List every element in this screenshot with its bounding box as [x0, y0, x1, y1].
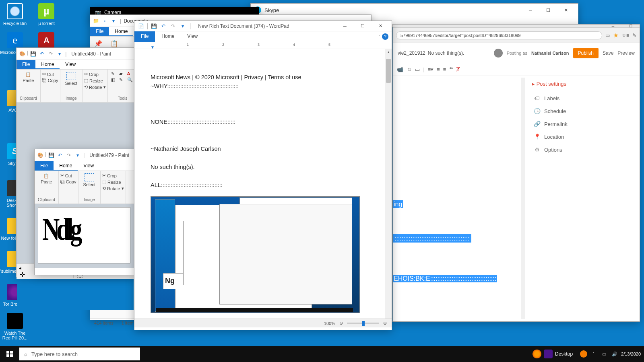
qat-dropdown-icon[interactable]: ▾ — [179, 22, 187, 30]
explorer-file-tab[interactable]: File — [90, 27, 109, 36]
sidebar-permalink[interactable]: 🔗Permalink — [532, 117, 635, 130]
firefox-tray-icon[interactable] — [533, 350, 541, 358]
paint2-canvas-area[interactable]: Ndlg — [35, 204, 134, 268]
maximize-button[interactable]: ☐ — [622, 25, 640, 28]
publish-button[interactable]: Publish — [573, 48, 599, 58]
undo-icon[interactable]: ↶ — [56, 151, 64, 159]
select-button[interactable]: Select — [82, 173, 97, 188]
paint1-titlebar[interactable]: 🎨 | 💾 ↶ ↷ ▾ | Untitled480 - Paint — [17, 48, 134, 60]
paint1-view-tab[interactable]: View — [60, 60, 81, 69]
list-ul-icon[interactable]: ≡ — [443, 66, 446, 72]
maximize-button[interactable]: ☐ — [539, 4, 557, 16]
emoji-icon[interactable]: ☺ — [407, 66, 412, 72]
save-icon[interactable]: 💾 — [150, 22, 158, 30]
quick-icon[interactable]: ▫ — [101, 17, 109, 25]
paint-window-2[interactable]: 🎨 | 💾 ↶ ↷ ▾ | Untitled479 - Paint File H… — [34, 149, 135, 275]
undo-icon[interactable]: ↶ — [159, 22, 167, 30]
dropdown-icon[interactable]: ▾ — [74, 151, 82, 159]
resize-button[interactable]: ⬚Resize — [101, 179, 124, 185]
sidebar-location[interactable]: 📍Location — [532, 130, 635, 143]
browser-titlebar[interactable]: ─ ☐ — [393, 25, 640, 28]
scroll-thumb[interactable] — [386, 59, 391, 83]
star-icon[interactable]: ★ — [613, 31, 619, 39]
sidebar-labels[interactable]: 🏷Labels — [532, 92, 635, 105]
break-icon[interactable]: ▭ — [415, 66, 420, 72]
zoom-icon[interactable]: 🔍 — [127, 77, 134, 82]
zoom-slider[interactable] — [347, 323, 379, 324]
sidebar-header[interactable]: ▸ Post settings — [532, 81, 635, 87]
minimize-button[interactable]: ─ — [604, 25, 622, 28]
editor-scrollbar[interactable] — [521, 78, 525, 319]
tray-icon[interactable] — [580, 350, 587, 358]
cut-button[interactable]: ✂Cut — [41, 71, 59, 77]
wordpad-document-area[interactable]: ▴ Microsoft News | © 2020 Microsoft | Pr… — [134, 49, 392, 319]
cut-button[interactable]: ✂Cut — [60, 173, 77, 179]
avatar[interactable] — [494, 49, 503, 58]
paint2-view-tab[interactable]: View — [78, 161, 99, 171]
vertical-scrollbar[interactable]: ▴ — [385, 49, 392, 319]
pencil-icon[interactable]: ✎ — [111, 71, 118, 76]
taskbar-date[interactable]: 2/13/2020 — [621, 352, 641, 356]
help-icon[interactable]: ? — [382, 33, 388, 40]
paint2-home-tab[interactable]: Home — [54, 161, 78, 171]
desktop-icon-utorrent[interactable]: µTorrent — [31, 2, 61, 27]
app-tray-icon[interactable] — [544, 350, 553, 358]
reader-icon[interactable]: ▭ — [605, 33, 610, 38]
explorer-home-tab[interactable]: Home — [109, 27, 133, 36]
save-icon[interactable]: 💾 — [29, 50, 37, 58]
quote-icon[interactable]: ❝ — [449, 65, 453, 74]
paint2-canvas[interactable]: Ndlg — [38, 207, 130, 263]
sidebar-options[interactable]: ⚙Options — [532, 143, 635, 156]
copy-button[interactable]: ⿻Copy — [41, 78, 59, 83]
favorites-icon[interactable]: ☆≡ — [622, 33, 629, 38]
redo-icon[interactable]: ↷ — [169, 22, 177, 30]
blogger-editor[interactable]: ing ::::::::::::::::::::::::::::::::::::… — [393, 76, 527, 325]
video-icon[interactable]: 📹 — [397, 66, 403, 72]
minimize-button[interactable]: ─ — [522, 4, 539, 16]
picker-icon[interactable]: ✎ — [119, 77, 126, 82]
crop-button[interactable]: ✂Crop — [83, 71, 106, 77]
paint2-file-tab[interactable]: File — [35, 161, 54, 171]
paint1-file-tab[interactable]: File — [17, 60, 35, 69]
wordpad-titlebar[interactable]: 📄 | 💾 ↶ ↷ ▾ | New Rich Text Document (37… — [134, 21, 392, 31]
sidebar-schedule[interactable]: 🕒Schedule — [532, 105, 635, 117]
dropdown-icon[interactable]: ▾ — [109, 17, 118, 25]
text-icon[interactable]: A — [127, 71, 134, 76]
taskbar-search[interactable]: ⌕ Type here to search — [19, 348, 140, 360]
network-icon[interactable]: ▭ — [600, 350, 608, 358]
wordpad-window[interactable]: 📄 | 💾 ↶ ↷ ▾ | New Rich Text Document (37… — [134, 21, 392, 330]
rotate-button[interactable]: ⟲Rotate ▾ — [101, 185, 124, 191]
volume-icon[interactable]: 🔊 — [611, 350, 619, 358]
document-content[interactable]: Microsoft News | © 2020 Microsoft | Priv… — [151, 73, 376, 313]
browser-window[interactable]: ─ ☐ 57969174446957#editor/target=post;po… — [392, 24, 640, 322]
clear-format-icon[interactable]: Ⱦ — [456, 66, 460, 72]
paste-button[interactable]: 📋Paste — [39, 173, 54, 185]
preview-button[interactable]: Preview — [617, 50, 635, 56]
ribbon-collapse-icon[interactable]: ˅ — [378, 35, 380, 39]
select-button[interactable]: Select — [64, 71, 79, 86]
undo-icon[interactable]: ↶ — [38, 50, 46, 58]
paste-button[interactable]: 📋Paste — [21, 71, 35, 84]
list-ol-icon[interactable]: ≡ — [437, 66, 440, 72]
copy-button[interactable]: ⿻Copy — [60, 179, 77, 185]
fill-icon[interactable]: ▰ — [119, 71, 126, 76]
rotate-button[interactable]: ⟲Rotate ▾ — [83, 84, 106, 90]
close-button[interactable]: ✕ — [557, 4, 575, 16]
save-button[interactable]: Save — [603, 50, 613, 56]
chevron-up-icon[interactable]: ˄ — [590, 350, 598, 358]
close-button[interactable]: ✕ — [372, 20, 389, 32]
crop-button[interactable]: ✂Crop — [101, 173, 124, 179]
notes-icon[interactable]: ✎ — [632, 33, 636, 38]
desktop-icon-video[interactable]: Watch The Red Pill 20... — [0, 311, 30, 342]
wordpad-ruler[interactable]: ▼ 1 2 3 4 5 — [134, 42, 392, 49]
desktop-icon-recycle-bin[interactable]: Recycle Bin — [0, 2, 30, 27]
dropdown-icon[interactable]: ▾ — [56, 50, 64, 58]
start-button[interactable] — [0, 346, 19, 362]
taskbar[interactable]: ⌕ Type here to search Desktop ˄ ▭ 🔊 2/13… — [0, 346, 644, 362]
resize-button[interactable]: ⬚Resize — [83, 78, 106, 84]
wordpad-file-tab[interactable]: File — [134, 31, 155, 42]
paint2-titlebar[interactable]: 🎨 | 💾 ↶ ↷ ▾ | Untitled479 - Paint — [35, 149, 134, 161]
url-input[interactable]: 57969174446957#editor/target=post;postID… — [396, 31, 602, 39]
minimize-button[interactable]: ─ — [336, 20, 354, 32]
maximize-button[interactable]: ☐ — [354, 20, 372, 32]
